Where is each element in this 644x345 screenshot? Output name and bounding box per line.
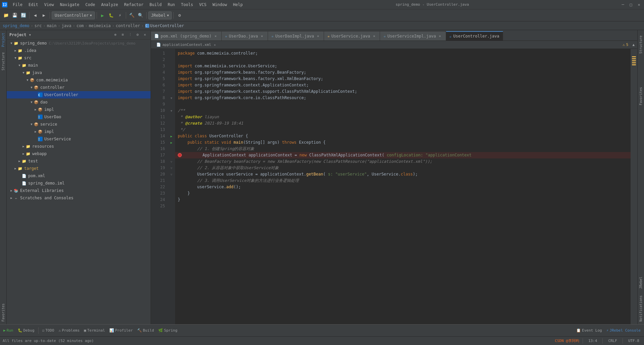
debug-btn[interactable]: 🐛 Debug: [16, 328, 37, 333]
event-log-btn[interactable]: 📋 Event Log: [574, 328, 604, 333]
right-tab-structure[interactable]: Structure: [638, 33, 643, 56]
profiler-btn[interactable]: 📊 Profiler: [107, 328, 135, 333]
tree-item-userservice[interactable]: ▶ I UserService: [7, 135, 151, 143]
position-indicator[interactable]: 13:4: [586, 338, 599, 343]
tree-item-idea[interactable]: ▶ 📁 .idea: [7, 47, 151, 54]
tree-item-src[interactable]: ▼ 📁 src: [7, 54, 151, 62]
toolbar-open-btn[interactable]: 📁: [2, 11, 10, 19]
close-userdao-tab[interactable]: ✕: [260, 34, 264, 39]
tab-usercontroller[interactable]: ☕ UserController.java: [446, 31, 503, 41]
tree-settings-btn[interactable]: ⚙: [135, 32, 141, 38]
toolbar-run-btn[interactable]: ▶: [99, 11, 107, 19]
toolbar-sync-btn[interactable]: 🔄: [19, 11, 28, 19]
collapse-all-btn[interactable]: ▲: [632, 43, 635, 47]
tree-item-iml[interactable]: 📄 spring_demo.iml: [7, 180, 151, 187]
line-sep-indicator[interactable]: CRLF: [606, 338, 619, 343]
jrebel-console-btn[interactable]: ⚡ JRebel Console: [604, 328, 643, 333]
right-tab-notifications[interactable]: Notifications: [638, 293, 643, 324]
menu-help[interactable]: Help: [230, 2, 246, 8]
jrebel-dropdown[interactable]: JRebel ▼: [148, 11, 172, 19]
tree-item-target[interactable]: ▶ 📁 target: [7, 165, 151, 172]
todo-btn[interactable]: ☑ TODO: [40, 328, 56, 333]
encoding-indicator[interactable]: UTF-8: [626, 338, 641, 343]
toolbar-forward-btn[interactable]: ▶: [40, 11, 48, 19]
tab-userdao[interactable]: ☕ UserDao.java ✕: [222, 31, 268, 41]
project-dropdown[interactable]: UserController ▼: [52, 11, 95, 19]
breadcrumb-java[interactable]: java: [62, 23, 71, 28]
breadcrumb-controller[interactable]: controller: [116, 23, 140, 28]
tab-userserviceimpl[interactable]: ☕ UserServiceImpl.java ✕: [380, 31, 446, 41]
toolbar-debug-btn[interactable]: 🐛: [107, 11, 115, 19]
menu-navigate[interactable]: Navigate: [57, 2, 82, 8]
close-userserviceimpl-tab[interactable]: ✕: [438, 34, 442, 39]
status-message: All files are up-to-date (52 minutes ago…: [3, 339, 94, 343]
right-tab-favorites[interactable]: Favorites: [638, 84, 643, 108]
tree-item-external[interactable]: ▶ 📚 External Libraries: [7, 187, 151, 194]
toolbar-back-btn[interactable]: ◀: [31, 11, 39, 19]
tree-item-test[interactable]: ▶ 📁 test: [7, 157, 151, 165]
tree-item-com-meimeixia[interactable]: ▼ 📦 com.meimeixia: [7, 76, 151, 84]
close-userdaoimpl-tab[interactable]: ✕: [316, 34, 320, 39]
breadcrumb-src[interactable]: src: [35, 23, 42, 28]
tree-item-java[interactable]: ▼ 📁 java: [7, 69, 151, 76]
tree-item-usercontroller[interactable]: ▶ C UserController: [7, 91, 151, 98]
left-tab-project[interactable]: Project: [1, 30, 6, 50]
menu-vcs[interactable]: VCS: [197, 2, 209, 8]
tree-item-dao-impl[interactable]: ▶ 📦 impl: [7, 106, 151, 113]
run-btn[interactable]: ▶ Run: [1, 328, 15, 333]
tree-close-btn[interactable]: ✕: [142, 32, 148, 38]
tree-item-dao[interactable]: ▼ 📦 dao: [7, 98, 151, 106]
tree-item-pom[interactable]: 📄 pom.xml: [7, 172, 151, 180]
menu-view[interactable]: View: [42, 2, 57, 8]
toolbar-search-btn[interactable]: 🔍: [137, 11, 145, 19]
tree-item-spring-demo[interactable]: ▼ 📁 spring_demo C:\Users\32120\IdeaProje…: [7, 40, 151, 47]
breakpoint-indicator[interactable]: [178, 153, 182, 157]
menu-edit[interactable]: Edit: [26, 2, 41, 8]
close-sub-tab[interactable]: ✕: [214, 43, 216, 47]
toolbar-build-btn[interactable]: 🔨: [128, 11, 136, 19]
menu-tools[interactable]: Tools: [178, 2, 196, 8]
tree-item-scratches[interactable]: ▶ ✏ Scratches and Consoles: [7, 194, 151, 202]
breadcrumb-meimeixia[interactable]: meimeixia: [89, 23, 111, 28]
tab-pom-xml[interactable]: 📄 pom.xml (spring_demo) ✕: [151, 31, 222, 41]
menu-window[interactable]: Window: [210, 2, 229, 8]
menu-code[interactable]: Code: [83, 2, 98, 8]
problems-btn[interactable]: ⚠ Problems: [57, 328, 82, 333]
tree-collapse-btn[interactable]: ≡: [120, 32, 126, 38]
spring-btn[interactable]: 🌿 Spring: [156, 328, 179, 333]
left-tab-favorites[interactable]: Favorites: [1, 301, 6, 324]
left-tab-structure[interactable]: Structure: [1, 50, 6, 73]
terminal-btn[interactable]: ▣ Terminal: [82, 328, 107, 333]
menu-analyze[interactable]: Analyze: [98, 2, 121, 8]
menu-file[interactable]: File: [10, 2, 25, 8]
tree-more-btn[interactable]: ⋮: [127, 32, 133, 38]
tab-userservice[interactable]: ☕ UserService.java ✕: [324, 31, 380, 41]
menu-run[interactable]: Run: [165, 2, 178, 8]
close-pom-tab[interactable]: ✕: [213, 34, 218, 39]
menu-refactor[interactable]: Refactor: [121, 2, 146, 8]
tree-locate-btn[interactable]: ⊕: [112, 32, 118, 38]
breadcrumb-main[interactable]: main: [47, 23, 57, 28]
toolbar-coverage-btn[interactable]: ⚡: [116, 11, 124, 19]
tree-item-userdao[interactable]: ▶ I UserDao: [7, 113, 151, 121]
toolbar-save-btn[interactable]: 💾: [11, 11, 19, 19]
tab-userdaoimpl[interactable]: ☕ UserDaoImpl.java ✕: [268, 31, 324, 41]
tree-item-main[interactable]: ▼ 📁 main: [7, 62, 151, 69]
tree-item-service[interactable]: ▼ 📦 service: [7, 121, 151, 128]
breadcrumb-spring-demo[interactable]: spring_demo: [3, 23, 29, 28]
right-tab-jrebel[interactable]: JRebel: [638, 274, 643, 291]
tree-item-webapp[interactable]: ▶ 📁 webapp: [7, 150, 151, 157]
maximize-btn[interactable]: □: [628, 2, 634, 7]
toolbar-settings-btn[interactable]: ⚙: [175, 11, 183, 19]
build-btn[interactable]: 🔨 Build: [135, 328, 156, 333]
code-area[interactable]: package com.meimeixia.controller;import …: [175, 49, 631, 324]
breadcrumb-com[interactable]: com: [76, 23, 84, 28]
sub-tab-appcontext[interactable]: 📄 applicationContext.xml ✕: [154, 42, 218, 48]
menu-build[interactable]: Build: [147, 2, 164, 8]
close-userservice-tab[interactable]: ✕: [372, 34, 376, 39]
tree-item-resources[interactable]: ▶ 📁 resources: [7, 143, 151, 150]
close-btn[interactable]: ✕: [636, 2, 642, 7]
tree-item-controller[interactable]: ▼ 📦 controller: [7, 84, 151, 91]
tree-item-service-impl[interactable]: ▶ 📦 impl: [7, 128, 151, 135]
minimize-btn[interactable]: ─: [620, 2, 626, 7]
